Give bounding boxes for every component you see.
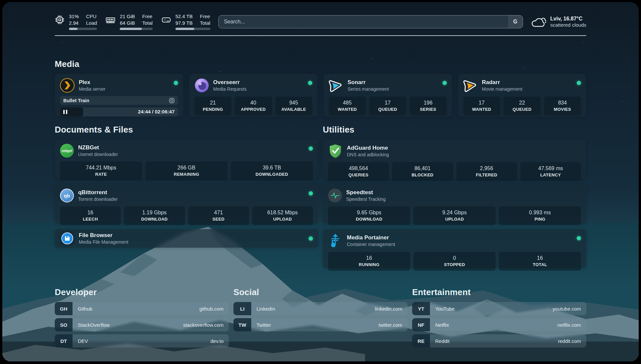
developer-links: GH Github github.com SO StackOverflow st… <box>55 302 229 348</box>
disk-stat: 52.4 TB 97.9 TB Free Total <box>161 13 210 30</box>
app-description: Torrent downloader <box>78 196 118 202</box>
stat-total: 16 TOTAL <box>499 252 581 271</box>
app-card-overseerr[interactable]: Overseerr Media Requests 21 PENDING 40 A… <box>189 74 318 117</box>
playback-progress-bar[interactable]: 24:44 / 02:06:47 <box>60 107 178 116</box>
bookmark-name: Netflix <box>435 322 449 328</box>
memory-total-label: Total <box>142 20 153 26</box>
app-name: Plex <box>79 79 106 86</box>
bookmark-name: LinkedIn <box>257 306 275 312</box>
status-online-dot <box>443 81 447 85</box>
app-name: Sonarr <box>348 79 389 86</box>
disk-free-label: Free <box>200 13 210 19</box>
status-online-dot <box>309 191 313 196</box>
section-title-entertainment: Entertainment <box>412 287 586 297</box>
stat-blocked: 86,401 BLOCKED <box>392 162 453 181</box>
section-title-developer: Developer <box>55 287 229 297</box>
bookmark-abbr: TW <box>233 318 251 331</box>
status-online-dot <box>309 236 313 241</box>
radarr-logo-icon <box>463 78 478 93</box>
adguard-logo-icon <box>328 144 343 158</box>
stat-series: 196 SERIES <box>410 97 447 115</box>
bookmark-name: Twitter <box>257 322 271 328</box>
bookmark-name: YouTube <box>435 306 455 312</box>
app-card-adguard[interactable]: AdGuard Home DNS and adblocking 498,564 … <box>323 139 586 178</box>
clouds-icon <box>531 15 546 28</box>
memory-free-value: 21 GiB <box>120 13 135 19</box>
search-bar: G <box>218 15 523 28</box>
header-divider <box>55 35 586 36</box>
bookmark-url: reddit.com <box>558 338 581 344</box>
bookmark-netflix[interactable]: NF Netflix netflix.com <box>412 318 586 331</box>
bookmark-reddit[interactable]: RE Reddit reddit.com <box>412 334 586 348</box>
bookmark-url: dev.to <box>210 338 224 344</box>
section-title-utilities: Utilities <box>323 125 586 135</box>
entertainment-links: YT YouTube youtube.com NF Netflix netfli… <box>412 302 586 348</box>
status-online-dot <box>577 236 581 240</box>
bookmark-github[interactable]: GH Github github.com <box>55 302 229 315</box>
app-card-nzbget[interactable]: nzbget NZBGet Usenet downloader 744.21 M… <box>55 139 318 178</box>
cpu-load-label: Load <box>86 20 97 26</box>
disk-bar <box>175 28 210 30</box>
stat-wanted: 485 WANTED <box>329 97 366 115</box>
app-card-plex[interactable]: Plex Media server Bullet Train 24:44 / 0… <box>55 74 183 117</box>
stat-latency: 47.569 ms LATENCY <box>520 162 581 181</box>
bookmark-url: youtube.com <box>553 306 581 312</box>
stat-upload: 9.24 Gbps UPLOAD <box>413 206 496 225</box>
search-engine-button[interactable]: G <box>508 15 523 28</box>
bookmark-abbr: NF <box>412 318 430 331</box>
app-name: File Browser <box>79 232 128 239</box>
weather-widget[interactable]: Lviv, 16.87°C scattered clouds <box>531 15 586 28</box>
app-name: NZBGet <box>78 144 118 151</box>
bookmark-youtube[interactable]: YT YouTube youtube.com <box>412 302 586 315</box>
bookmark-name: StackOverflow <box>78 322 110 328</box>
bookmark-name: Github <box>78 306 92 312</box>
stat-movies: 834 MOVIES <box>544 97 581 115</box>
cpu-percent: 31% <box>69 13 79 19</box>
bookmark-dev[interactable]: DT DEV dev.to <box>55 334 229 348</box>
app-description: DNS and adblocking <box>347 152 389 158</box>
bookmark-url: stackoverflow.com <box>183 322 224 328</box>
stat-leech: 16 LEECH <box>60 206 121 225</box>
bookmark-linkedin[interactable]: LI LinkedIn linkedin.com <box>233 302 408 315</box>
media-type-icon <box>169 98 175 104</box>
cpu-icon <box>55 15 65 25</box>
disk-total-label: Total <box>200 20 210 26</box>
now-playing-row[interactable]: Bullet Train <box>60 96 178 105</box>
bookmark-twitter[interactable]: TW Twitter twitter.com <box>233 318 408 331</box>
overseerr-logo-icon <box>195 78 209 93</box>
media-cards-row: Plex Media server Bullet Train 24:44 / 0… <box>55 74 586 117</box>
now-playing-title: Bullet Train <box>63 98 89 103</box>
cpu-load-value: 2.94 <box>69 20 79 26</box>
cpu-stat: 31% 2.94 CPU Load <box>55 13 97 30</box>
app-name: Overseerr <box>213 79 247 86</box>
plex-logo-icon <box>60 78 75 93</box>
app-card-radarr[interactable]: Radarr Movie management 17 WANTED 22 QUE… <box>458 74 587 117</box>
bookmark-stackoverflow[interactable]: SO StackOverflow stackoverflow.com <box>55 318 229 331</box>
app-card-portainer[interactable]: Media Portainer Container management 16 … <box>323 229 586 268</box>
stat-available: 945 AVAILABLE <box>275 97 313 115</box>
stat-rate: 744.21 Mbps RATE <box>60 162 142 180</box>
bookmark-url: twitter.com <box>379 322 402 328</box>
stat-download: 1.19 Gbps DOWNLOAD <box>124 206 185 225</box>
bookmark-abbr: GH <box>55 302 73 315</box>
app-name: Media Portainer <box>347 234 395 241</box>
app-card-filebrowser[interactable]: File Browser Media File Management <box>55 229 318 248</box>
section-title-media: Media <box>55 59 586 69</box>
status-online-dot <box>309 146 313 151</box>
system-stats: 31% 2.94 CPU Load <box>55 13 210 30</box>
pause-icon[interactable] <box>63 110 68 114</box>
stat-queries: 498,564 QUERIES <box>328 162 389 181</box>
disk-free-value: 52.4 TB <box>175 13 193 19</box>
stat-upload: 618.52 Mbps UPLOAD <box>252 206 313 225</box>
stat-running: 16 RUNNING <box>328 252 410 271</box>
stat-downloaded: 39.6 TB DOWNLOADED <box>231 162 313 180</box>
app-card-sonarr[interactable]: Sonarr Series management 485 WANTED 17 Q… <box>323 74 452 117</box>
stat-queued: 17 QUEUED <box>369 97 407 115</box>
stat-approved: 40 APPROVED <box>235 97 272 115</box>
status-online-dot <box>577 81 581 85</box>
bookmark-url: netflix.com <box>557 322 581 328</box>
search-input[interactable] <box>219 15 508 28</box>
app-card-speedtest[interactable]: Speedtest Speedtest Tracking 9.65 Gbps D… <box>323 184 586 223</box>
app-name: Radarr <box>482 79 523 86</box>
app-card-qbittorrent[interactable]: qb qBittorrent Torrent downloader 16 LEE… <box>55 184 318 223</box>
